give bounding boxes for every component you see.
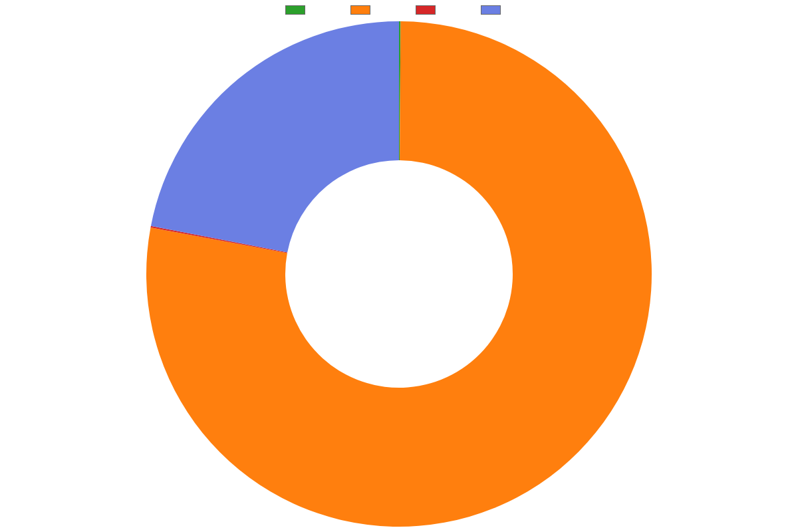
legend-item xyxy=(481,5,513,15)
legend-item xyxy=(350,5,382,15)
legend-swatch-green xyxy=(285,5,305,15)
donut-slice xyxy=(151,21,399,252)
legend-item xyxy=(416,5,448,15)
donut-chart xyxy=(143,18,655,530)
legend-item xyxy=(285,5,317,15)
legend-swatch-orange xyxy=(350,5,370,15)
legend-swatch-blue xyxy=(481,5,501,15)
donut-wrap xyxy=(0,18,798,530)
chart-legend xyxy=(0,0,798,15)
chart-container xyxy=(0,0,798,532)
legend-swatch-red xyxy=(416,5,436,15)
